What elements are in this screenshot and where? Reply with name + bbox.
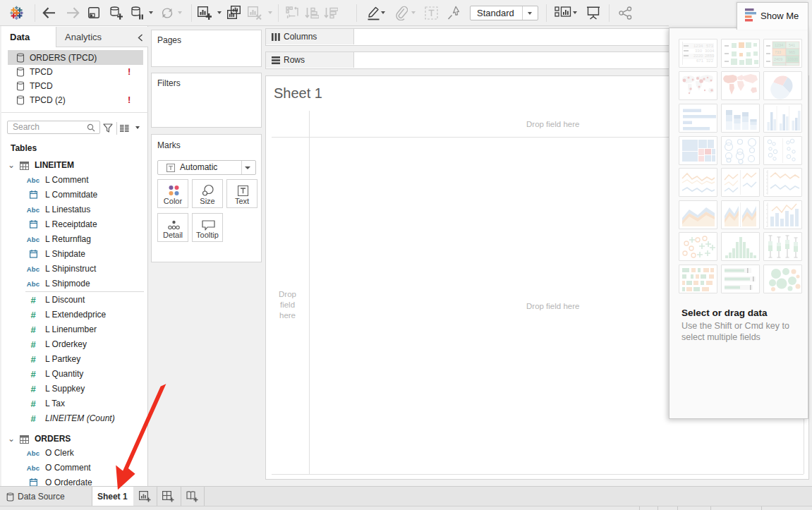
svg-text:965: 965 [789,50,795,54]
svg-text:3004: 3004 [705,49,715,53]
svg-text:10930: 10930 [787,57,798,61]
svg-text:733: 733 [775,50,781,54]
svg-text:2859: 2859 [705,54,715,58]
svg-text:573: 573 [706,44,714,48]
svg-text:1234: 1234 [775,43,783,47]
svg-text:541: 541 [789,43,795,47]
svg-text:322: 322 [706,59,714,63]
svg-text:2220: 2220 [693,54,703,58]
svg-text:671: 671 [696,59,704,63]
svg-text:1234: 1234 [693,44,703,48]
svg-text:330: 330 [695,49,703,53]
svg-text:2409: 2409 [774,57,782,61]
